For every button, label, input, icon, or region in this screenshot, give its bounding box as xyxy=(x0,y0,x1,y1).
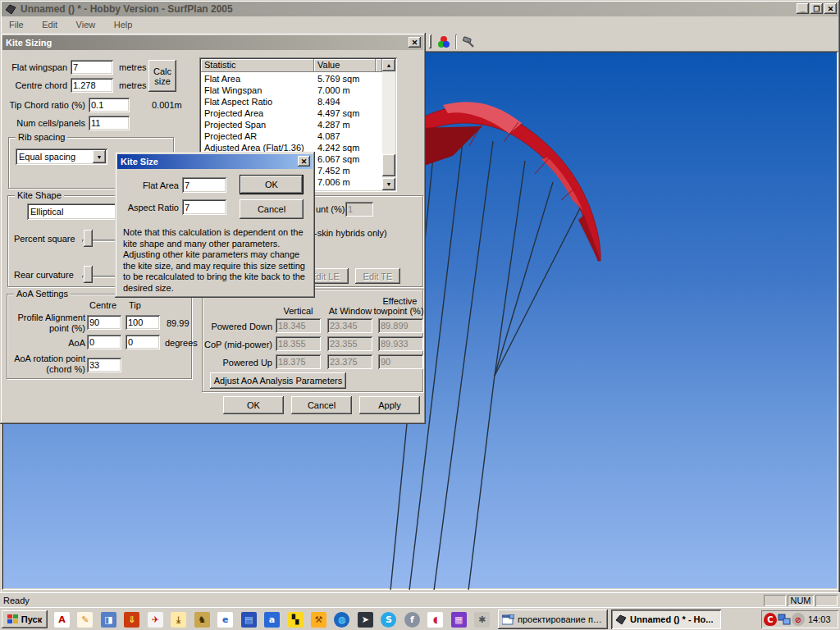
color-wheel-icon xyxy=(437,35,450,48)
status-pane-num: NUM xyxy=(788,595,814,606)
toolbar-grip[interactable] xyxy=(429,34,431,48)
profile-centre-input[interactable] xyxy=(87,315,121,330)
aspect-ratio-label: Aspect Ratio xyxy=(121,203,179,213)
kite-size-close-icon[interactable]: ✕ xyxy=(298,156,310,167)
tray-safely-remove-icon[interactable]: ⊘ xyxy=(792,613,805,626)
quicklaunch-googleearth-icon[interactable]: ◍ xyxy=(334,612,349,628)
stats-header-statistic[interactable]: Statistic xyxy=(201,59,314,72)
quicklaunch-messenger-icon[interactable]: ◨ xyxy=(101,612,116,628)
stats-header-value[interactable]: Value xyxy=(314,59,376,72)
stats-row[interactable]: Projected Span4.287 m xyxy=(201,119,382,131)
quicklaunch-database-icon[interactable]: ▤ xyxy=(241,612,257,628)
close-button[interactable]: ✕ xyxy=(824,3,837,14)
task-button-project[interactable]: проектирование па... xyxy=(498,609,608,629)
quicklaunch-acdsee-icon[interactable]: A xyxy=(54,612,70,628)
kite-size-ok-button[interactable]: OK xyxy=(240,175,304,194)
num-cells-input[interactable] xyxy=(89,116,130,130)
kite-size-dialog: Kite Size ✕ Flat Area OK Aspect Ratio Ca… xyxy=(115,152,315,298)
powered-up-vertical xyxy=(276,354,321,369)
adjust-aoa-button[interactable]: Adjust AoA Analysis Parameters xyxy=(210,372,346,389)
stats-row[interactable]: Projected AR4.087 xyxy=(201,130,382,143)
menu-view[interactable]: View xyxy=(69,17,103,32)
kite-shape-group-label: Kite Shape xyxy=(15,190,64,200)
task-label: Unnamed () * - Ho... xyxy=(630,614,713,624)
aoa-rotation-label: AoA rotation point (chord %) xyxy=(7,354,85,375)
quicklaunch-skype-icon[interactable]: S xyxy=(381,612,396,628)
kite-sizing-apply-button[interactable]: Apply xyxy=(359,396,420,414)
kite-shape-combobox[interactable]: Elliptical xyxy=(27,203,119,220)
calc-size-button[interactable]: Calc size xyxy=(148,60,176,92)
task-button-surfplan[interactable]: Unnamed () * - Ho... xyxy=(611,609,721,629)
status-pane-2 xyxy=(815,595,838,606)
start-button[interactable]: Пуск xyxy=(2,610,48,628)
kite-task-icon xyxy=(615,614,627,625)
quicklaunch-jet-icon[interactable]: ✈ xyxy=(148,612,163,628)
quicklaunch-forte-icon[interactable]: f xyxy=(404,612,420,628)
quicklaunch-editor-icon[interactable]: ✎ xyxy=(77,612,93,628)
quicklaunch-chess-icon[interactable]: ♞ xyxy=(194,612,210,628)
centre-chord-unit: metres xyxy=(119,80,147,91)
flat-area-input[interactable] xyxy=(182,177,226,193)
kite-sizing-cancel-button[interactable]: Cancel xyxy=(291,396,352,414)
aoa-settings-group-label: AoA Settings xyxy=(14,289,71,299)
stats-row[interactable]: Flat Area5.769 sqm xyxy=(201,73,382,85)
kite-size-cancel-button[interactable]: Cancel xyxy=(240,199,304,219)
stats-header-spacer xyxy=(376,59,382,72)
quick-launch-bar: A ✎ ◨ ⇓ ✈ ⤓ ♞ e ▤ a ▚ ⚒ ◍ ➤ S f ◖ ▦ ✱ ▶ … xyxy=(54,611,489,628)
quicklaunch-thebat-icon[interactable]: ▚ xyxy=(288,612,304,628)
amount-label: unt (%) xyxy=(316,204,345,215)
kite-size-title-bar: Kite Size ✕ xyxy=(117,154,313,169)
rib-spacing-combobox[interactable]: Equal spacing ▼ xyxy=(16,148,107,165)
profile-tip-input[interactable] xyxy=(126,315,160,330)
quicklaunch-download-icon[interactable]: ⤓ xyxy=(171,612,186,628)
tray-clock: 14:03 xyxy=(808,614,831,625)
quicklaunch-photo-icon[interactable]: ▦ xyxy=(451,612,467,628)
menu-file[interactable]: File xyxy=(2,17,31,32)
scroll-thumb[interactable] xyxy=(382,154,395,176)
cop-window xyxy=(327,336,372,351)
tip-chord-input[interactable] xyxy=(89,98,130,112)
aoa-rotation-input[interactable] xyxy=(87,358,121,372)
menu-help[interactable]: Help xyxy=(107,17,140,32)
stats-scrollbar[interactable]: ▲ ▼ xyxy=(382,59,395,190)
aspect-ratio-input[interactable] xyxy=(182,199,226,215)
rear-curvature-thumb[interactable] xyxy=(84,266,93,283)
quicklaunch-flashget-icon[interactable]: ⇓ xyxy=(124,612,139,628)
aoa-centre-input[interactable] xyxy=(87,335,121,349)
toolbar-separator xyxy=(455,34,457,49)
flat-wingspan-label: Flat wingspan xyxy=(2,62,67,73)
tray-network-icon[interactable] xyxy=(778,613,791,626)
stats-row[interactable]: Flat Aspect Ratio8.494 xyxy=(201,96,382,108)
stats-row[interactable]: Flat Wingspan7.000 m xyxy=(201,84,382,97)
kite-sizing-ok-button[interactable]: OK xyxy=(223,396,284,414)
status-bar: Ready NUM xyxy=(0,592,840,607)
scroll-up-icon[interactable]: ▲ xyxy=(382,59,395,71)
quicklaunch-tools-icon[interactable]: ⚒ xyxy=(311,612,326,628)
centre-chord-input[interactable] xyxy=(71,78,113,93)
quicklaunch-arrow-app-icon[interactable]: ➤ xyxy=(358,612,373,628)
flat-wingspan-input[interactable] xyxy=(71,60,113,75)
color-settings-button[interactable] xyxy=(435,34,453,50)
minimize-button[interactable]: _ xyxy=(797,3,809,14)
kite-shape-value: Elliptical xyxy=(30,207,63,217)
rib-spacing-dropdown-icon[interactable]: ▼ xyxy=(93,150,106,163)
kite-sizing-close-icon[interactable]: ✕ xyxy=(409,37,421,48)
kite-size-note: Note that this calculation is dependent … xyxy=(123,227,308,294)
taskbar: Пуск A ✎ ◨ ⇓ ✈ ⤓ ♞ e ▤ a ▚ ⚒ ◍ ➤ S f ◖ ▦… xyxy=(0,607,840,630)
scroll-down-icon[interactable]: ▼ xyxy=(382,178,395,190)
aoa-unit: degrees xyxy=(165,338,198,349)
percent-square-thumb[interactable] xyxy=(84,230,93,247)
tray-antivirus-icon[interactable]: C xyxy=(764,613,777,626)
stats-row[interactable]: Projected Area4.497 sqm xyxy=(201,107,382,120)
restore-button[interactable]: ❐ xyxy=(810,3,823,14)
quicklaunch-iexplorer-icon[interactable]: e xyxy=(217,612,233,628)
quicklaunch-gear-icon[interactable]: ✱ xyxy=(474,612,490,628)
percent-square-label: Percent square xyxy=(14,234,75,244)
flat-wingspan-unit: metres xyxy=(119,62,147,73)
quicklaunch-lips-icon[interactable]: ◖ xyxy=(427,612,443,628)
menu-edit[interactable]: Edit xyxy=(34,17,65,32)
quicklaunch-a-app-icon[interactable]: a xyxy=(264,612,280,628)
tools-button[interactable] xyxy=(459,34,477,50)
cop-vertical xyxy=(276,336,321,351)
aoa-tip-input[interactable] xyxy=(126,335,160,349)
